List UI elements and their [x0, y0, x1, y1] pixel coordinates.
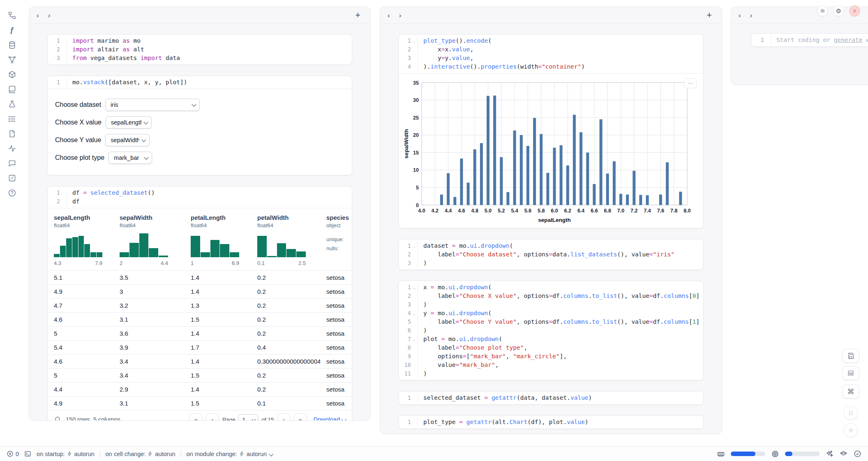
code-editor[interactable]: 1⌄plot_type().encode(2 x=x.value,3 y=y.v…	[399, 35, 703, 73]
on-startup-mode[interactable]: on startup: autorun	[37, 451, 95, 457]
outline-icon[interactable]	[7, 114, 16, 123]
keyboard-shortcuts-button[interactable]: ⌘	[842, 385, 859, 399]
assistant-icon[interactable]	[840, 450, 847, 458]
chat-icon[interactable]	[7, 159, 16, 168]
add-cell-button[interactable]: +	[704, 10, 714, 20]
check-circle-icon[interactable]	[854, 450, 861, 458]
code-editor[interactable]: 1mo.vstack([dataset, x, y, plot])	[48, 76, 352, 89]
x-value-select[interactable]: sepalLength	[106, 116, 152, 129]
code-line[interactable]: 1df = selected_dataset()	[48, 189, 352, 197]
code-editor[interactable]: 1⌄dataset = mo.ui.dropdown(2 label="Choo…	[399, 240, 703, 270]
table-row[interactable]: 4.931.40.2setosa	[48, 285, 352, 299]
menu-button[interactable]	[817, 5, 828, 16]
scratchpad-icon[interactable]	[7, 173, 16, 182]
page-select[interactable]: 1	[238, 414, 258, 421]
code-line[interactable]: 10 value="mark_bar",	[399, 361, 703, 369]
code-line[interactable]: 8 label="Choose plot type",	[399, 343, 703, 352]
data-sources-icon[interactable]	[7, 40, 16, 49]
table-row[interactable]: 53.41.50.2setosa	[48, 369, 352, 383]
column-header[interactable]: sepalLengthfloat644.37.9	[48, 208, 113, 270]
code-line[interactable]: 3)	[399, 259, 703, 267]
code-line[interactable]: 1⌄dataset = mo.ui.dropdown(	[399, 242, 703, 250]
table-row[interactable]: 5.13.51.40.2setosa	[48, 271, 352, 285]
next-page-button[interactable]: ›	[277, 413, 291, 421]
column-collapse-right-button[interactable]: ›	[399, 12, 402, 19]
table-row[interactable]: 53.61.40.2setosa	[48, 327, 352, 341]
chart-menu-button[interactable]: ⋯	[684, 78, 697, 88]
code-line[interactable]: 4⌄y = mo.ui.dropdown(	[399, 309, 703, 318]
dependency-graph-icon[interactable]	[7, 55, 16, 64]
plot-type-select[interactable]: mark_bar	[108, 152, 152, 164]
prev-page-button[interactable]: ‹	[206, 413, 219, 421]
column-collapse-left-button[interactable]: ‹	[739, 12, 741, 19]
last-page-button[interactable]: »	[294, 413, 307, 421]
search-icon[interactable]	[54, 416, 62, 421]
column-collapse-left-button[interactable]: ‹	[37, 12, 39, 19]
help-icon[interactable]	[7, 188, 16, 197]
code-line[interactable]: 1selected_dataset = getattr(data, datase…	[399, 394, 703, 402]
packages-icon[interactable]	[7, 70, 16, 79]
table-row[interactable]: 4.63.11.50.2setosa	[48, 313, 352, 327]
column-header[interactable]: petalWidthfloat640.12.5	[251, 208, 320, 270]
settings-button[interactable]: ⚙	[833, 5, 844, 16]
code-line[interactable]: 6)	[399, 326, 703, 335]
run-all-button[interactable]	[844, 423, 858, 437]
code-line[interactable]: 4).interactive().properties(width="conta…	[399, 62, 703, 71]
code-line[interactable]: 11)	[399, 369, 703, 378]
first-page-button[interactable]: «	[189, 413, 203, 421]
tracing-icon[interactable]	[7, 144, 16, 153]
code-line[interactable]: 7⌄plot = mo.ui.dropdown(	[399, 335, 703, 343]
code-line[interactable]: 3)	[399, 300, 703, 309]
code-line[interactable]: 3from vega_datasets import data	[48, 54, 352, 62]
column-collapse-left-button[interactable]: ‹	[388, 12, 390, 19]
code-line[interactable]: 2df	[48, 197, 352, 206]
code-line[interactable]: 1plot_type = getattr(alt.Chart(df), plot…	[399, 418, 703, 426]
documentation-icon[interactable]	[7, 85, 16, 94]
add-cell-button[interactable]: +	[353, 10, 363, 20]
terminal-button[interactable]	[24, 450, 31, 457]
marimo-file-icon[interactable]: ƒ	[7, 25, 16, 35]
code-line[interactable]: 1import marimo as mo	[48, 37, 352, 45]
code-line[interactable]: 5 label="Choose Y value", options=df.col…	[399, 318, 703, 326]
code-line[interactable]: 9 options=["mark_bar", "mark_circle"],	[399, 352, 703, 361]
ai-sparkles-icon[interactable]	[826, 450, 833, 458]
table-row[interactable]: 4.93.11.50.1setosa	[48, 396, 352, 410]
column-header[interactable]: speciesobjectunique:nulls:	[320, 208, 352, 270]
bar-chart[interactable]: 4.04.24.44.64.85.05.25.45.65.86.06.26.46…	[403, 78, 690, 223]
snippets-icon[interactable]	[7, 129, 16, 138]
column-header[interactable]: sepalWidthfloat6424.4	[113, 208, 185, 270]
column-collapse-right-button[interactable]: ›	[48, 12, 51, 19]
file-explorer-icon[interactable]	[7, 11, 16, 20]
code-line[interactable]: 2 label="Choose dataset", options=data.l…	[399, 250, 703, 259]
code-editor[interactable]: 1⌄x = mo.ui.dropdown(2 label="Choose X v…	[399, 281, 703, 380]
save-button[interactable]	[842, 349, 859, 363]
experiments-icon[interactable]	[7, 99, 16, 108]
code-editor[interactable]: 1import marimo as mo2import altair as al…	[48, 35, 352, 65]
table-row[interactable]: 5.43.91.70.4setosa	[48, 341, 352, 355]
code-line[interactable]: 1mo.vstack([dataset, x, y, plot])	[48, 78, 352, 87]
dataset-select[interactable]: iris	[105, 99, 200, 111]
shutdown-button[interactable]	[849, 5, 860, 16]
code-line[interactable]: 1⌄x = mo.ui.dropdown(	[399, 283, 703, 292]
table-row[interactable]: 4.73.21.30.2setosa	[48, 299, 352, 313]
code-line[interactable]: 2 x=x.value,	[399, 45, 703, 54]
column-header[interactable]: petalLengthfloat6416.9	[185, 208, 251, 270]
stop-button[interactable]	[844, 406, 858, 420]
on-module-change-mode[interactable]: on module change: autorun	[187, 451, 273, 457]
layout-grid-button[interactable]	[842, 366, 859, 380]
code-line[interactable]: 2 label="Choose X value", options=df.col…	[399, 292, 703, 300]
generate-link[interactable]: generate	[834, 37, 863, 43]
column-collapse-right-button[interactable]: ›	[750, 12, 753, 19]
error-count-indicator[interactable]: 0	[7, 450, 19, 457]
code-editor[interactable]: 1plot_type = getattr(alt.Chart(df), plot…	[399, 416, 703, 429]
download-button[interactable]: Download	[314, 416, 346, 421]
y-value-select[interactable]: sepalWidth	[105, 134, 150, 146]
code-line[interactable]: 1⌄plot_type().encode(	[399, 37, 703, 45]
table-row[interactable]: 4.42.91.40.2setosa	[48, 383, 352, 396]
code-line[interactable]: 2import altair as alt	[48, 45, 352, 54]
on-cell-change-mode[interactable]: on cell change: autorun	[106, 451, 175, 457]
code-editor[interactable]: 1df = selected_dataset()2df	[48, 187, 352, 208]
table-row[interactable]: 4.63.41.40.30000000000000004setosa	[48, 355, 352, 369]
code-editor[interactable]: 1 Start coding or generate with AI.	[752, 34, 868, 46]
code-line[interactable]: 3 y=y.value,	[399, 54, 703, 62]
